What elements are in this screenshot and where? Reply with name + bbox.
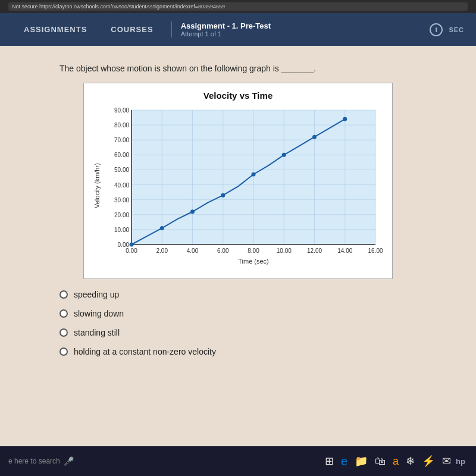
assignment-title: Assignment - 1. Pre-Test	[181, 21, 271, 30]
answer-choices: speeding up slowing down standing still …	[60, 290, 216, 356]
taskbar-right: hp	[456, 457, 470, 466]
choice-label-2: slowing down	[74, 309, 124, 318]
velocity-chart-canvas	[103, 105, 383, 266]
radio-standing-still[interactable]	[60, 328, 68, 337]
hp-logo: hp	[456, 457, 465, 466]
nav-bar: ASSIGNMENTS COURSES Assignment - 1. Pre-…	[0, 13, 476, 46]
assignment-info: Assignment - 1. Pre-Test Attempt 1 of 1	[171, 21, 271, 37]
dropbox-icon[interactable]: ❄	[406, 455, 415, 468]
bolt-icon[interactable]: ⚡	[422, 455, 435, 468]
nav-right: i SEC	[430, 23, 464, 36]
amazon-icon[interactable]: a	[393, 455, 399, 468]
chart-container: Velocity vs Time Velocity (km/hr)	[83, 83, 393, 279]
nav-links: ASSIGNMENTS COURSES	[12, 25, 165, 34]
info-icon[interactable]: i	[430, 23, 443, 36]
mail-icon[interactable]: ✉	[442, 455, 451, 468]
sec-label: SEC	[449, 26, 464, 33]
choice-slowing-down[interactable]: slowing down	[60, 309, 216, 318]
assignments-nav[interactable]: ASSIGNMENTS	[12, 25, 99, 34]
mic-icon[interactable]: 🎤	[64, 456, 74, 466]
main-content: The object whose motion is shown on the …	[0, 46, 476, 446]
radio-slowing-down[interactable]	[60, 309, 68, 318]
edge-icon[interactable]: e	[341, 455, 347, 468]
question-text: The object whose motion is shown on the …	[60, 64, 316, 73]
radio-speeding-up[interactable]	[60, 290, 68, 299]
explorer-icon[interactable]: 📁	[355, 455, 368, 468]
taskview-icon[interactable]: ⊞	[325, 455, 334, 468]
taskbar-left: e here to search 🎤	[6, 456, 320, 466]
radio-constant-velocity[interactable]	[60, 347, 68, 356]
chart-title: Velocity vs Time	[93, 90, 383, 101]
search-text: e here to search	[8, 457, 60, 465]
chart-body	[103, 105, 383, 266]
url-text: Not secure https://clayton.owschools.com…	[12, 4, 225, 10]
choice-label-1: speeding up	[74, 290, 119, 299]
url-bar: Not secure https://clayton.owschools.com…	[8, 2, 468, 11]
browser-bar: Not secure https://clayton.owschools.com…	[0, 0, 476, 13]
taskbar: e here to search 🎤 ⊞ e 📁 🛍 a ❄ ⚡ ✉ hp	[0, 446, 476, 476]
taskbar-icons: ⊞ e 📁 🛍 a ❄ ⚡ ✉	[325, 455, 451, 468]
courses-nav[interactable]: COURSES	[99, 25, 165, 34]
store-icon[interactable]: 🛍	[375, 455, 386, 468]
choice-constant-velocity[interactable]: holding at a constant non-zero velocity	[60, 347, 216, 356]
assignment-attempt: Attempt 1 of 1	[181, 30, 271, 37]
choice-speeding-up[interactable]: speeding up	[60, 290, 216, 299]
y-axis-label: Velocity (km/hr)	[93, 105, 101, 266]
choice-label-4: holding at a constant non-zero velocity	[74, 347, 216, 356]
choice-label-3: standing still	[74, 328, 120, 337]
choice-standing-still[interactable]: standing still	[60, 328, 216, 337]
chart-area: Velocity (km/hr)	[93, 105, 383, 266]
